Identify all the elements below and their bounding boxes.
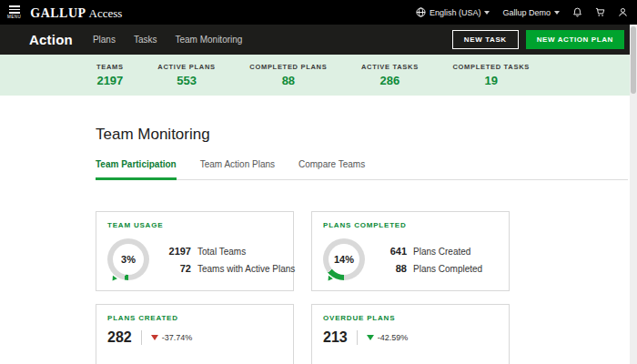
stat-value: 88 [282,74,295,87]
tab-team-participation[interactable]: Team Participation [96,159,177,180]
notifications-button[interactable] [572,7,582,17]
stat-completed-plans: COMPLETED PLANS 88 [249,63,327,87]
legend-row: 88 Plans Completed [379,263,482,274]
trend-percent: -37.74% [162,333,193,342]
language-selector[interactable]: English (USA) [416,7,490,17]
card-title: PLANS COMPLETED [323,221,498,229]
plans-completed-card: PLANS COMPLETED 14% 641 Plans Created 88… [311,211,510,291]
card-title: OVERDUE PLANS [323,314,498,322]
top-app-bar: MENU GALLUPAccess English (USA) Gallup D… [0,0,637,25]
chevron-down-icon [484,11,490,15]
cart-icon [595,7,605,17]
brand-logo[interactable]: GALLUPAccess [30,5,122,21]
donut-percent-label: 14% [329,244,359,275]
legend-label: Plans Completed [413,264,482,274]
divider [141,330,142,345]
account-selector[interactable]: Gallup Demo [502,8,560,17]
kpi-value: 282 [107,329,132,346]
plans-created-card: PLANS CREATED 282 -37.74% [96,304,294,364]
stat-active-tasks: ACTIVE TASKS 286 [361,63,419,87]
main-content: Team Monitoring Team Participation Team … [0,126,637,364]
legend-row: 72 Teams with Active Plans [164,263,295,274]
chevron-down-icon [554,11,560,15]
stat-value: 286 [380,74,400,87]
person-icon [618,7,628,17]
card-title: PLANS CREATED [107,314,282,322]
tab-team-action-plans[interactable]: Team Action Plans [200,159,275,180]
trend-down-icon [367,335,374,340]
legend-row: 2197 Total Teams [164,246,295,257]
plans-completed-donut-chart: 14% [323,238,365,280]
vertical-scrollbar[interactable] [630,25,637,364]
language-label: English (USA) [430,8,481,17]
legend-label: Plans Created [413,247,470,257]
tab-bar: Team Participation Team Action Plans Com… [96,159,628,180]
brand-name: GALLUP [30,6,86,20]
page-title: Team Monitoring [96,126,637,144]
new-task-button[interactable]: NEW TASK [452,30,519,49]
legend-value: 88 [379,263,407,274]
tab-compare-teams[interactable]: Compare Teams [298,159,365,180]
dashboard-cards: TEAM USAGE 3% 2197 Total Teams 72 Teams … [96,211,637,364]
action-title: Action [29,32,73,47]
action-header-bar: Action Plans Tasks Team Monitoring NEW T… [0,25,637,55]
gauge-pointer-icon [110,276,117,283]
nav-item-tasks[interactable]: Tasks [134,35,157,45]
overdue-plans-card: OVERDUE PLANS 213 -42.59% [311,304,510,364]
account-label: Gallup Demo [502,8,551,17]
donut-percent-label: 3% [113,244,144,275]
card-title: TEAM USAGE [107,221,282,229]
stat-label: COMPLETED TASKS [452,63,530,71]
cart-button[interactable] [595,7,605,17]
stat-label: COMPLETED PLANS [249,63,327,71]
menu-button[interactable]: MENU [7,5,21,19]
trend-down-icon [151,335,158,340]
stat-value: 553 [177,74,197,87]
team-usage-card: TEAM USAGE 3% 2197 Total Teams 72 Teams … [96,211,294,291]
new-action-plan-button[interactable]: NEW ACTION PLAN [526,30,624,49]
legend-label: Total Teams [197,247,246,257]
legend-value: 2197 [164,246,191,257]
team-usage-donut-chart: 3% [107,238,149,280]
scrollbar-thumb[interactable] [631,26,636,94]
stat-completed-tasks: COMPLETED TASKS 19 [452,63,530,87]
nav-item-team-monitoring[interactable]: Team Monitoring [175,35,242,45]
trend-percent: -42.59% [378,333,409,342]
legend-value: 72 [164,263,191,274]
menu-button-label: MENU [7,15,21,19]
legend-label: Teams with Active Plans [197,264,295,274]
brand-suffix: Access [89,6,123,20]
gauge-pointer-icon [326,276,333,283]
globe-icon [416,7,426,17]
legend-value: 641 [379,246,407,257]
action-nav: Plans Tasks Team Monitoring [93,35,243,45]
profile-button[interactable] [618,7,628,17]
hamburger-icon [9,5,20,14]
stat-value: 2197 [96,74,123,87]
stat-label: ACTIVE PLANS [157,63,215,71]
kpi-value: 213 [323,329,348,346]
legend-row: 641 Plans Created [379,246,482,257]
stats-summary-bar: TEAMS 2197 ACTIVE PLANS 553 COMPLETED PL… [0,55,637,96]
nav-item-plans[interactable]: Plans [93,35,116,45]
bell-icon [572,7,582,17]
stat-label: ACTIVE TASKS [361,63,419,71]
stat-value: 19 [484,74,497,87]
stat-label: TEAMS [96,63,124,71]
stat-active-plans: ACTIVE PLANS 553 [157,63,215,87]
stat-teams: TEAMS 2197 [96,63,124,87]
divider [357,330,358,345]
